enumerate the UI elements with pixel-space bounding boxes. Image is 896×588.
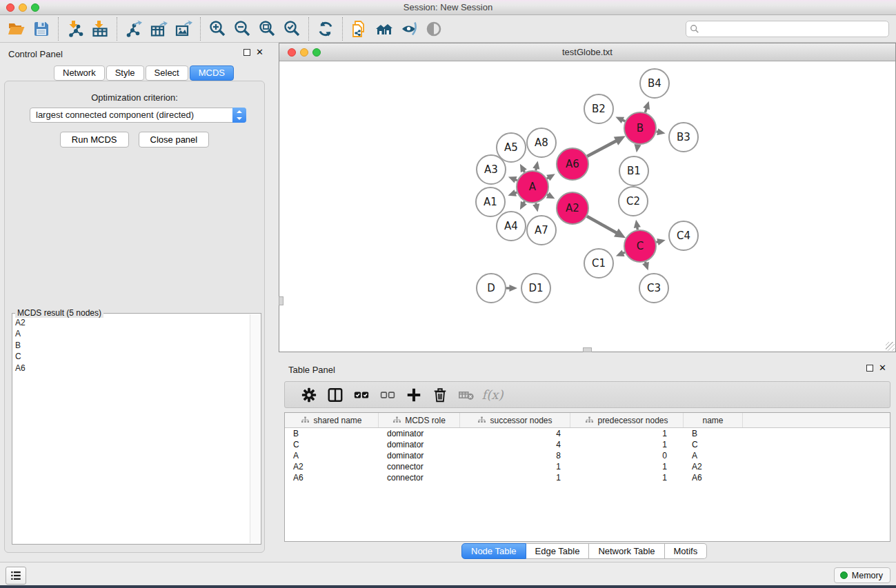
table-cell[interactable]: 8 xyxy=(460,450,570,461)
column-header-predecessor-nodes[interactable]: predecessor nodes xyxy=(570,413,684,427)
tab-node-table[interactable]: Node Table xyxy=(461,543,526,559)
open-file-icon[interactable] xyxy=(4,19,29,39)
zoom-fit-icon[interactable] xyxy=(255,19,279,39)
table-row[interactable]: Adominator80A xyxy=(285,450,890,461)
table-cell[interactable]: C xyxy=(285,439,379,450)
table-cell[interactable]: A xyxy=(285,450,379,461)
export-image-icon[interactable] xyxy=(171,19,196,39)
splitter-handle[interactable] xyxy=(583,347,592,352)
save-session-icon[interactable] xyxy=(29,19,54,39)
copy-network-icon[interactable] xyxy=(347,19,372,39)
delete-columns-icon[interactable] xyxy=(427,385,453,405)
import-network-icon[interactable] xyxy=(63,19,88,39)
criterion-dropdown[interactable]: largest connected component (directed) xyxy=(30,108,246,123)
table-cell[interactable]: 1 xyxy=(570,428,684,439)
mcds-result-item[interactable]: A xyxy=(15,328,250,339)
deselect-all-columns-icon[interactable] xyxy=(375,385,401,405)
zoom-selected-icon[interactable] xyxy=(279,19,304,39)
function-builder-icon[interactable]: f(x) xyxy=(479,385,506,405)
node-C3[interactable]: C3 xyxy=(639,274,668,303)
table-cell[interactable]: 1 xyxy=(460,461,570,472)
node-B4[interactable]: B4 xyxy=(640,69,669,98)
column-header-name[interactable]: name xyxy=(684,413,743,427)
node-A6[interactable]: A6 xyxy=(557,148,588,180)
node-C1[interactable]: C1 xyxy=(584,249,613,278)
mcds-result-scrollbar[interactable] xyxy=(250,314,260,543)
table-cell[interactable]: 4 xyxy=(460,428,570,439)
minimize-window-button[interactable] xyxy=(19,3,27,12)
table-cell[interactable]: 1 xyxy=(570,461,684,472)
tab-edge-table[interactable]: Edge Table xyxy=(526,543,590,559)
table-cell[interactable]: 1 xyxy=(570,439,684,450)
node-B2[interactable]: B2 xyxy=(584,94,613,123)
float-panel-icon[interactable] xyxy=(243,49,250,56)
zoom-window-button[interactable] xyxy=(31,3,39,12)
tab-mcds[interactable]: MCDS xyxy=(190,65,234,81)
network-close-button[interactable] xyxy=(288,48,296,57)
close-panel-icon[interactable]: ✕ xyxy=(256,49,263,56)
table-cell[interactable]: dominator xyxy=(379,450,460,461)
splitter-handle[interactable] xyxy=(279,296,283,305)
refresh-layout-icon[interactable] xyxy=(313,19,338,39)
table-cell[interactable]: 0 xyxy=(570,450,684,461)
export-table-icon[interactable] xyxy=(146,19,171,39)
resize-grip-icon[interactable] xyxy=(886,342,895,351)
table-cell[interactable]: connector xyxy=(379,461,460,472)
tab-style[interactable]: Style xyxy=(106,65,144,81)
table-row[interactable]: A6connector11A6 xyxy=(285,472,890,483)
split-columns-icon[interactable] xyxy=(322,385,348,405)
node-D1[interactable]: D1 xyxy=(521,274,550,303)
hide-graphics-details-icon[interactable] xyxy=(397,19,421,39)
table-cell[interactable]: connector xyxy=(379,472,460,483)
node-A1[interactable]: A1 xyxy=(476,187,505,216)
mcds-result-item[interactable]: A2 xyxy=(15,317,250,328)
table-cell[interactable]: 1 xyxy=(460,472,570,483)
import-table-icon[interactable] xyxy=(88,19,112,39)
table-cell[interactable]: dominator xyxy=(379,439,460,450)
edge-B-B4[interactable] xyxy=(645,108,646,112)
close-window-button[interactable] xyxy=(6,3,14,12)
node-C[interactable]: C xyxy=(624,230,656,262)
node-C2[interactable]: C2 xyxy=(619,187,648,216)
close-panel-button[interactable]: Close panel xyxy=(139,132,210,148)
add-column-icon[interactable] xyxy=(401,385,427,405)
node-B3[interactable]: B3 xyxy=(669,123,698,152)
node-A[interactable]: A xyxy=(517,171,548,203)
node-C4[interactable]: C4 xyxy=(669,221,698,250)
table-cell[interactable]: A xyxy=(684,450,743,461)
mcds-result-item[interactable]: C xyxy=(15,351,250,362)
edge-A2-C[interactable] xyxy=(587,216,617,233)
run-mcds-button[interactable]: Run MCDS xyxy=(60,132,129,148)
node-A3[interactable]: A3 xyxy=(477,155,506,184)
column-header-MCDS-role[interactable]: MCDS role xyxy=(379,413,460,427)
node-D[interactable]: D xyxy=(477,274,506,303)
network-canvas[interactable]: AA1A2A3A4A5A6A7A8BB1B2B3B4CC1C2C3C4DD1 xyxy=(279,61,895,352)
network-zoom-button[interactable] xyxy=(312,48,321,57)
table-cell[interactable]: B xyxy=(684,428,743,439)
edge-A6-B[interactable] xyxy=(587,141,617,156)
export-network-icon[interactable] xyxy=(121,19,146,39)
column-header-shared-name[interactable]: shared name xyxy=(285,413,379,427)
table-cell[interactable]: 4 xyxy=(460,439,570,450)
zoom-in-icon[interactable] xyxy=(205,19,230,39)
node-A5[interactable]: A5 xyxy=(497,133,526,162)
mcds-result-item[interactable]: A6 xyxy=(15,363,250,374)
node-B[interactable]: B xyxy=(624,112,656,144)
float-panel-icon[interactable] xyxy=(866,365,873,372)
select-all-columns-icon[interactable] xyxy=(348,385,375,405)
delete-table-icon[interactable] xyxy=(453,385,479,405)
tab-motifs[interactable]: Motifs xyxy=(665,543,708,559)
home-icon[interactable] xyxy=(372,19,397,39)
table-cell[interactable]: A2 xyxy=(684,461,743,472)
memory-button[interactable]: Memory xyxy=(834,567,890,583)
network-graph[interactable]: AA1A2A3A4A5A6A7A8BB1B2B3B4CC1C2C3C4DD1 xyxy=(279,61,895,352)
search-input[interactable] xyxy=(686,21,889,37)
tab-network[interactable]: Network xyxy=(54,65,105,81)
table-cell[interactable]: 1 xyxy=(570,472,684,483)
table-row[interactable]: A2connector11A2 xyxy=(285,461,890,472)
column-header-successor-nodes[interactable]: successor nodes xyxy=(460,413,570,427)
node-A2[interactable]: A2 xyxy=(557,192,588,224)
show-overview-icon[interactable] xyxy=(421,19,446,39)
table-cell[interactable]: A2 xyxy=(285,461,379,472)
mcds-result-item[interactable]: B xyxy=(15,340,250,351)
